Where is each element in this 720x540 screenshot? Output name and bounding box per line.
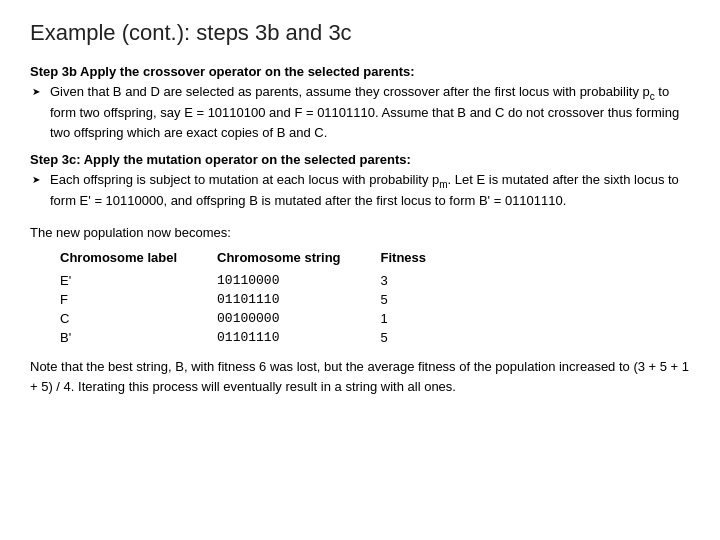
step3b-block: Step 3b Apply the crossover operator on … [30,62,690,142]
cell-label: C [60,309,217,328]
table-row: B'011011105 [60,328,466,347]
cell-fitness: 5 [381,290,467,309]
col-header-fitness: Fitness [381,248,467,271]
cell-fitness: 5 [381,328,467,347]
step3c-block: Step 3c: Apply the mutation operator on … [30,150,690,211]
col-header-label: Chromosome label [60,248,217,271]
cell-fitness: 3 [381,271,467,290]
page-title: Example (cont.): steps 3b and 3c [30,20,690,46]
population-intro: The new population now becomes: [30,225,690,240]
cell-fitness: 1 [381,309,467,328]
step3b-bullet: Given that B and D are selected as paren… [30,82,690,143]
step3c-bullet: Each offspring is subject to mutation at… [30,170,690,211]
population-table: Chromosome label Chromosome string Fitne… [60,248,466,347]
step3c-header: Step 3c: Apply the mutation operator on … [30,150,690,170]
table-row: E'101100003 [60,271,466,290]
cell-string: 01101110 [217,290,381,309]
cell-string: 00100000 [217,309,381,328]
step3b-bullet-text: Given that B and D are selected as paren… [50,84,650,99]
note-block: Note that the best string, B, with fitne… [30,357,690,397]
cell-label: F [60,290,217,309]
step3c-sub: m [439,178,447,189]
col-header-string: Chromosome string [217,248,381,271]
cell-label: E' [60,271,217,290]
step3b-header: Step 3b Apply the crossover operator on … [30,62,690,82]
cell-string: 10110000 [217,271,381,290]
cell-string: 01101110 [217,328,381,347]
table-row: F011011105 [60,290,466,309]
step3c-bullet-text: Each offspring is subject to mutation at… [50,172,439,187]
table-row: C001000001 [60,309,466,328]
cell-label: B' [60,328,217,347]
table-header-row: Chromosome label Chromosome string Fitne… [60,248,466,271]
population-table-container: Chromosome label Chromosome string Fitne… [60,248,690,347]
